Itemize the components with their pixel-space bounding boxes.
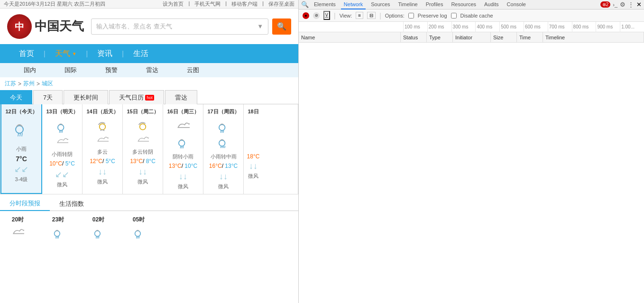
tab-radar[interactable]: 雷达: [165, 90, 197, 104]
nav-weather[interactable]: 天气 ▼: [46, 44, 86, 63]
col-status[interactable]: Status: [401, 32, 427, 43]
col-size[interactable]: Size: [491, 32, 517, 43]
mobile-site-link[interactable]: 手机天气网: [194, 0, 221, 8]
day-temp-4: 13°C/ 10°C: [166, 163, 201, 169]
record-button[interactable]: ●: [303, 12, 309, 19]
ruler-600ms: 600 ms: [524, 22, 548, 32]
devtools-topbar-right: ⊗2 ›_ ⚙ ⋮ ✕: [600, 1, 642, 8]
ruler-1000ms: 1.00...: [620, 22, 644, 32]
devtools-search-icon[interactable]: 🔍: [301, 1, 309, 8]
breadcrumb-jiangsu[interactable]: 江苏: [5, 80, 16, 88]
day-low-4: 10°C: [184, 163, 197, 169]
nav-weather-label: 天气: [55, 49, 70, 59]
wind-level-5: 微风: [206, 183, 241, 190]
hour-23: 23时: [45, 216, 71, 244]
preserve-log-checkbox[interactable]: [408, 13, 414, 18]
svg-point-3: [140, 124, 146, 130]
nav-news[interactable]: 资讯: [88, 44, 122, 63]
stop-button[interactable]: ⊘: [313, 12, 320, 19]
weather-day-4[interactable]: 16日（周三） 阴转小雨 13°C/ 10°C ↓↓ 微风: [163, 104, 203, 194]
ruler-700ms: 700 ms: [548, 22, 572, 32]
save-desktop-link[interactable]: 保存至桌面: [268, 0, 294, 8]
svg-point-9: [135, 231, 140, 237]
wind-arrows-1: ↙↙: [45, 169, 80, 180]
breadcrumb-city: 城区: [42, 80, 53, 88]
weather-days-container: 12日（今天） 小雨 7°C ↙↙ 3-4级 13日（明天） 小雨转阴 10: [0, 104, 298, 194]
day-icon-bottom-5: [217, 135, 230, 150]
tab-life-label: 生活指数: [59, 200, 84, 208]
more-icon[interactable]: ⋮: [628, 1, 634, 8]
col-time[interactable]: Time: [517, 32, 543, 43]
col-name-label: Name: [301, 35, 315, 40]
tab-7day-label: 7天: [43, 93, 53, 102]
tab-7day[interactable]: 7天: [33, 90, 63, 104]
weather-dropdown-icon: ▼: [72, 51, 77, 56]
filter-button[interactable]: ⊻: [323, 11, 330, 20]
console-btn[interactable]: ›_: [613, 2, 617, 8]
search-dropdown-icon[interactable]: ▼: [257, 23, 263, 30]
close-icon[interactable]: ✕: [636, 1, 642, 8]
weather-day-5[interactable]: 17日（周四） 小雨转中雨 16°C/ 13°C ↓↓ 微风: [203, 104, 244, 194]
breadcrumb-sep-1: >: [18, 81, 21, 87]
day-temp-5: 16°C/ 13°C: [206, 163, 241, 169]
svg-point-6: [219, 140, 225, 147]
col-timeline[interactable]: Timeline: [543, 32, 644, 43]
col-type[interactable]: Type: [427, 32, 453, 43]
disable-cache-checkbox[interactable]: [451, 13, 457, 18]
hour-20-time: 20时: [5, 216, 31, 224]
top-bar-left: 今天是2016年3月12日 星期六 农历二月初四: [4, 0, 105, 8]
breadcrumb-sep-2: >: [37, 81, 40, 87]
set-homepage-link[interactable]: 设为首页: [163, 0, 184, 8]
gear-icon[interactable]: ⚙: [620, 1, 626, 8]
tab-life-index[interactable]: 生活指数: [50, 197, 93, 211]
dt-tab-console[interactable]: Console: [504, 0, 529, 9]
wind-level-6: 微风: [246, 173, 260, 180]
wind-arrows-6: ↓↓: [246, 161, 260, 171]
dt-tab-network[interactable]: Network: [341, 0, 366, 9]
dt-tab-timeline[interactable]: Timeline: [396, 0, 421, 9]
devtools-topbar: 🔍 Elements Network Sources Timeline Prof…: [299, 0, 644, 9]
mobile-client-link[interactable]: 移动客户端: [231, 0, 258, 8]
day-temp-3: 13°C/ 8°C: [125, 158, 160, 165]
tab-hourly[interactable]: 分时段预报: [0, 197, 50, 211]
weather-day-2[interactable]: 14日（后天） 多云 12°C/ 5°C ↓↓ 微风: [83, 104, 123, 194]
dt-tab-resources[interactable]: Resources: [448, 0, 479, 9]
col-name[interactable]: Name: [299, 32, 401, 43]
weather-day-1[interactable]: 13日（明天） 小雨转阴 10°C/ 5°C ↙↙ 微风: [42, 104, 83, 194]
nav-home[interactable]: 首页: [9, 44, 44, 63]
dt-tab-elements[interactable]: Elements: [311, 0, 339, 9]
options-label: Options:: [385, 13, 405, 18]
dt-tab-profiles[interactable]: Profiles: [423, 0, 446, 9]
day-icon-today: [4, 119, 39, 142]
day-high-3: 13°C: [130, 158, 143, 165]
nav-life[interactable]: 生活: [124, 44, 158, 63]
toolbar-divider-1: |: [334, 12, 336, 19]
weather-day-3[interactable]: 15日（周二） 多云转阴 13°C/ 8°C ↓↓ 微风: [123, 104, 163, 194]
tab-history[interactable]: 天气日历 hot: [109, 90, 164, 104]
devtools-panel: 🔍 Elements Network Sources Timeline Prof…: [299, 0, 644, 303]
subnav-domestic[interactable]: 国内: [24, 66, 36, 74]
grouped-view-button[interactable]: ⊟: [367, 12, 376, 19]
search-box[interactable]: 输入城市名、景点名 查天气 ▼: [91, 18, 268, 35]
dt-tab-audits[interactable]: Audits: [481, 0, 502, 9]
list-view-button[interactable]: ≡: [356, 12, 363, 19]
subnav-international[interactable]: 国际: [64, 66, 77, 74]
day-title-6: 18日: [246, 108, 260, 115]
subnav-cloud[interactable]: 云图: [187, 66, 199, 74]
tab-longer[interactable]: 更长时间: [64, 90, 108, 104]
weather-day-today[interactable]: 12日（今天） 小雨 7°C ↙↙ 3-4级: [0, 104, 42, 194]
tab-today[interactable]: 今天: [0, 90, 32, 104]
day-low-3: 8°C: [146, 158, 156, 165]
devtools-toolbar: ● ⊘ ⊻ | View: ≡ ⊟ | Options: Preserve lo…: [299, 9, 644, 22]
breadcrumb-suzhou[interactable]: 苏州: [23, 80, 35, 88]
subnav-radar[interactable]: 雷达: [146, 66, 158, 74]
ruler-300ms: 300 ms: [451, 22, 476, 32]
weather-day-6[interactable]: 18日 18°C ↓↓ 微风: [244, 104, 263, 194]
subnav-warning[interactable]: 预警: [105, 66, 118, 74]
hour-05-time: 05时: [126, 216, 152, 224]
dt-tab-sources[interactable]: Sources: [368, 0, 393, 9]
search-button[interactable]: 🔍: [272, 18, 291, 35]
logo-area: 中 中国天气: [7, 14, 84, 39]
wind-level-1: 微风: [45, 181, 80, 188]
col-initiator[interactable]: Initiator: [453, 32, 491, 43]
